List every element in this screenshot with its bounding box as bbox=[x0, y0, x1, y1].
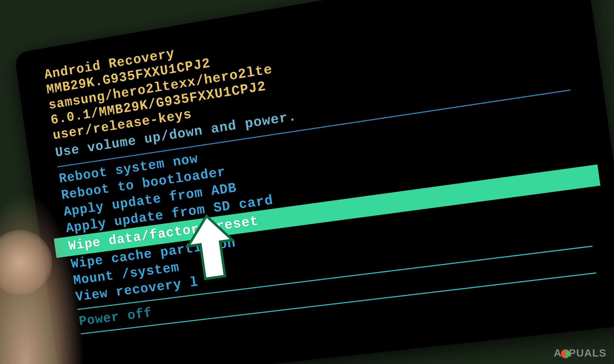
watermark-text-a: A bbox=[554, 347, 562, 359]
watermark-logo-icon bbox=[561, 349, 570, 358]
watermark: APUALS bbox=[554, 347, 607, 359]
watermark-text-puals: PUALS bbox=[569, 347, 607, 359]
phone-frame: Android Recovery MMB29K.G935FXXU1CPJ2 sa… bbox=[14, 0, 614, 364]
arrow-annotation bbox=[186, 213, 236, 284]
recovery-screen: Android Recovery MMB29K.G935FXXU1CPJ2 sa… bbox=[29, 0, 614, 364]
up-arrow-icon bbox=[181, 210, 240, 286]
